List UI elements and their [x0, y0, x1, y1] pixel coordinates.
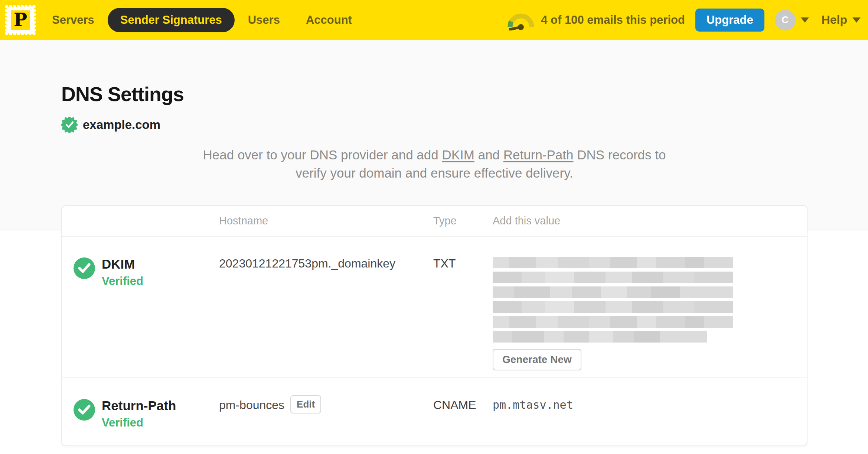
main-content: DNS Settings example.com Head over to yo…: [61, 82, 807, 446]
table-header-row: Hostname Type Add this value: [62, 206, 807, 236]
check-circle-icon: [74, 257, 95, 279]
redacted-value-bar: [493, 331, 707, 343]
status-badge: Verified: [102, 275, 143, 288]
dkim-type: TXT: [433, 237, 493, 377]
record-name: Return-Path: [102, 398, 176, 413]
return-path-hostname: pm-bounces Edit: [219, 378, 433, 445]
table-row-dkim: DKIM Verified 20230121221753pm._domainke…: [62, 236, 807, 377]
redacted-value-bar: [493, 272, 733, 283]
usage-meter[interactable]: 4 of 100 emails this period: [507, 10, 685, 30]
dns-records-card: Hostname Type Add this value DKIM Verifi…: [61, 205, 807, 446]
verified-domain: example.com: [61, 117, 807, 133]
navbar-right: 4 of 100 emails this period Upgrade C He…: [507, 9, 861, 32]
avatar[interactable]: C: [775, 10, 796, 30]
page-title: DNS Settings: [61, 82, 807, 106]
primary-nav: Servers Sender Signatures Users Account: [39, 8, 365, 32]
postmark-stamp-logo[interactable]: P: [4, 4, 37, 36]
logo-letter: P: [14, 9, 27, 30]
help-label: Help: [822, 13, 847, 27]
nav-item-sender-signatures[interactable]: Sender Signatures: [108, 8, 235, 32]
edit-button[interactable]: Edit: [290, 395, 321, 414]
dkim-link[interactable]: DKIM: [442, 147, 474, 162]
generate-new-button[interactable]: Generate New: [493, 349, 581, 370]
dkim-value-cell: Generate New: [493, 237, 807, 377]
dkim-hostname-value: 20230121221753pm._domainkey: [219, 257, 395, 270]
redacted-value-block: [493, 257, 784, 343]
column-header-hostname: Hostname: [219, 215, 433, 227]
nav-item-users[interactable]: Users: [235, 8, 293, 32]
nav-item-servers[interactable]: Servers: [39, 8, 107, 32]
status-badge: Verified: [102, 416, 176, 429]
table-row-return-path: Return-Path Verified pm-bounces Edit CNA…: [62, 377, 807, 445]
nav-item-account[interactable]: Account: [293, 8, 365, 32]
help-menu[interactable]: Help: [822, 13, 861, 27]
top-navbar: P Servers Sender Signatures Users Accoun…: [0, 0, 868, 40]
dkim-status-cell: DKIM Verified: [62, 237, 219, 377]
return-path-status-cell: Return-Path Verified: [62, 378, 219, 445]
instructions-part2: and: [474, 147, 503, 162]
redacted-value-bar: [493, 286, 733, 298]
verified-seal-icon: [61, 117, 78, 133]
dkim-hostname: 20230121221753pm._domainkey: [219, 237, 433, 377]
return-path-type: CNAME: [433, 378, 493, 445]
gauge-icon: [507, 10, 536, 30]
upgrade-button[interactable]: Upgrade: [695, 9, 764, 32]
instructions-part1: Head over to your DNS provider and add: [203, 147, 442, 162]
record-name: DKIM: [102, 257, 143, 272]
column-header-type: Type: [433, 215, 493, 227]
redacted-value-bar: [493, 257, 733, 268]
instructions-text: Head over to your DNS provider and add D…: [199, 146, 670, 182]
chevron-down-icon: [852, 17, 861, 23]
domain-name: example.com: [83, 118, 160, 132]
return-path-value: pm.mtasv.net: [493, 398, 573, 411]
redacted-value-bar: [493, 316, 733, 328]
chevron-down-icon: [801, 17, 809, 23]
dns-settings-page: P Servers Sender Signatures Users Accoun…: [0, 0, 868, 454]
redacted-value-bar: [493, 301, 733, 313]
check-circle-icon: [74, 399, 95, 421]
usage-text: 4 of 100 emails this period: [541, 13, 685, 27]
return-path-hostname-value: pm-bounces: [219, 398, 284, 412]
column-header-add-this-value: Add this value: [493, 215, 807, 227]
return-path-link[interactable]: Return-Path: [503, 147, 574, 162]
account-menu[interactable]: C: [775, 10, 809, 30]
